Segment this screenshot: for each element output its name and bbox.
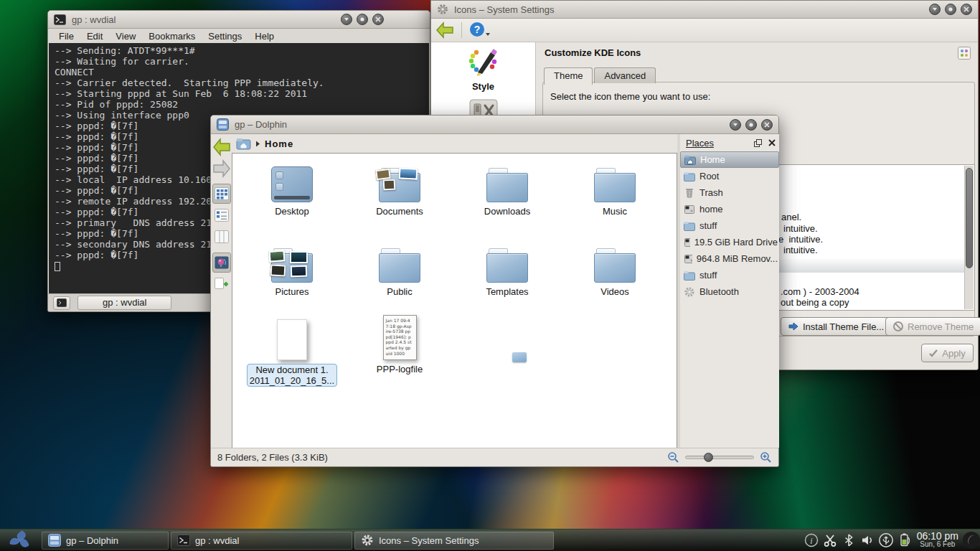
terminal-minimize-button[interactable] bbox=[341, 14, 352, 25]
install-theme-button[interactable]: Install Theme File... bbox=[781, 317, 892, 336]
close-panel-icon[interactable] bbox=[766, 137, 778, 149]
task-dolphin[interactable]: gp – Dolphin bbox=[42, 532, 169, 550]
file-item-public[interactable]: Public bbox=[346, 238, 453, 297]
task-system-settings[interactable]: Icons – System Settings bbox=[354, 532, 554, 550]
file-item-templates[interactable]: Templates bbox=[453, 238, 561, 297]
split-view-button[interactable] bbox=[212, 274, 231, 294]
scrollbar-thumb[interactable] bbox=[966, 168, 973, 268]
usb-device-tray-icon[interactable] bbox=[877, 532, 895, 548]
menu-bookmarks[interactable]: Bookmarks bbox=[142, 31, 202, 42]
terminal-cursor bbox=[55, 262, 60, 271]
places-item-home-drive[interactable]: home bbox=[680, 201, 779, 217]
drive-icon bbox=[684, 237, 690, 248]
places-header[interactable]: Places bbox=[680, 134, 779, 151]
back-arrow-icon[interactable] bbox=[435, 22, 454, 39]
places-item-home[interactable]: Home bbox=[680, 151, 779, 168]
back-button[interactable] bbox=[212, 137, 231, 157]
theme-list-scrollbar[interactable] bbox=[964, 166, 974, 309]
bluetooth-tray-icon[interactable] bbox=[839, 532, 858, 548]
file-item-music[interactable]: Music bbox=[561, 158, 669, 217]
theme-list-fragment: e intuitive. bbox=[778, 234, 823, 245]
launcher-icon[interactable] bbox=[6, 529, 34, 551]
desktop-icon bbox=[271, 166, 313, 202]
task-wvdial[interactable]: gp : wvdial bbox=[171, 532, 352, 550]
places-item-root[interactable]: Root bbox=[680, 168, 779, 184]
zoom-slider[interactable] bbox=[685, 456, 754, 459]
file-item-new-document[interactable]: New document 1. 2011_01_20_16_5... bbox=[238, 316, 346, 387]
terminal-app-icon bbox=[177, 534, 190, 546]
places-item-stuff2[interactable]: stuff bbox=[680, 267, 779, 283]
dolphin-app-icon bbox=[217, 118, 229, 131]
menu-settings[interactable]: Settings bbox=[202, 31, 248, 42]
style-icon bbox=[468, 47, 499, 77]
folder-icon bbox=[379, 248, 420, 283]
dolphin-statusbar: 8 Folders, 2 Files (3.3 KiB) bbox=[211, 448, 778, 466]
icons-view-button[interactable] bbox=[212, 184, 231, 204]
help-icon[interactable]: ? bbox=[469, 22, 491, 39]
file-item-documents[interactable]: Documents bbox=[346, 158, 453, 217]
places-item-hard-drive[interactable]: 19.5 GiB Hard Drive bbox=[680, 234, 779, 250]
dolphin-app-icon bbox=[48, 534, 61, 547]
dolphin-maximize-button[interactable] bbox=[745, 119, 757, 131]
float-panel-icon[interactable] bbox=[752, 137, 763, 149]
clock-time: 06:10 pm bbox=[917, 532, 958, 540]
places-item-removable[interactable]: 964.8 MiB Remov... bbox=[680, 250, 779, 267]
terminal-close-button[interactable] bbox=[372, 14, 384, 25]
terminal-line: CONNECT bbox=[55, 67, 423, 77]
zoom-slider-thumb[interactable] bbox=[704, 453, 713, 462]
clock[interactable]: 06:10 pm Sun, 6 Feb bbox=[917, 532, 958, 549]
terminal-line: --> Pid of pppd: 25082 bbox=[55, 99, 423, 110]
columns-view-button[interactable] bbox=[212, 227, 231, 247]
tab-advanced[interactable]: Advanced bbox=[594, 67, 656, 83]
home-folder-icon[interactable] bbox=[236, 137, 251, 150]
dolphin-minimize-button[interactable] bbox=[730, 119, 741, 131]
file-item-desktop[interactable]: Desktop bbox=[238, 158, 346, 217]
dolphin-close-button[interactable] bbox=[761, 119, 773, 131]
apply-button[interactable]: Apply bbox=[921, 344, 974, 362]
terminal-tab[interactable]: gp : wvdial bbox=[77, 296, 171, 310]
breadcrumb: Home bbox=[232, 134, 677, 153]
zoom-out-icon[interactable] bbox=[667, 451, 679, 463]
details-view-button[interactable] bbox=[212, 205, 231, 225]
file-item-downloads[interactable]: Downloads bbox=[453, 158, 561, 217]
settings-minimize-button[interactable] bbox=[929, 4, 941, 15]
folder-view[interactable]: Desktop Documents Downloads Music bbox=[232, 153, 677, 449]
file-item-videos[interactable]: Videos bbox=[561, 238, 669, 297]
remove-theme-button[interactable]: Remove Theme bbox=[885, 317, 980, 336]
places-item-stuff1[interactable]: stuff bbox=[680, 217, 779, 234]
file-item-pictures[interactable]: Pictures bbox=[238, 238, 346, 297]
bluetooth-gear-icon bbox=[684, 286, 695, 298]
settings-titlebar[interactable]: Icons – System Settings bbox=[431, 1, 978, 19]
settings-maximize-button[interactable] bbox=[945, 4, 956, 15]
klipper-scissors-icon[interactable] bbox=[821, 532, 839, 548]
menu-help[interactable]: Help bbox=[248, 31, 281, 42]
dolphin-window: gp – Dolphin Home Desktop bbox=[210, 115, 779, 467]
file-label: Desktop bbox=[238, 206, 346, 217]
notifications-tray-icon[interactable]: i bbox=[802, 532, 821, 548]
places-item-bluetooth[interactable]: Bluetooth bbox=[680, 283, 779, 300]
volume-tray-icon[interactable] bbox=[858, 532, 877, 548]
preview-button[interactable] bbox=[212, 253, 231, 273]
breadcrumb-home[interactable]: Home bbox=[265, 138, 293, 149]
sidebar-item-style[interactable]: Style bbox=[431, 42, 535, 92]
panel-cashew-icon[interactable] bbox=[961, 530, 980, 550]
file-item-ppp-logfile[interactable]: Jan 17 09:4 7:18 gp-Asp ire-5738 pp pd[1… bbox=[346, 316, 453, 375]
icon-view-widget[interactable] bbox=[958, 47, 971, 60]
document-icon bbox=[277, 319, 307, 360]
menu-edit[interactable]: Edit bbox=[80, 31, 109, 42]
terminal-titlebar[interactable]: gp : wvdial bbox=[48, 11, 430, 29]
forward-button[interactable] bbox=[212, 159, 231, 179]
zoom-in-icon[interactable] bbox=[760, 451, 772, 463]
new-tab-button[interactable] bbox=[53, 296, 70, 310]
dolphin-titlebar[interactable]: gp – Dolphin bbox=[211, 116, 778, 134]
terminal-maximize-button[interactable] bbox=[357, 14, 368, 25]
settings-close-button[interactable] bbox=[961, 4, 972, 15]
taskbar: gp – Dolphin gp : wvdial Icons – System … bbox=[0, 529, 980, 551]
places-item-trash[interactable]: Trash bbox=[680, 184, 779, 201]
menu-file[interactable]: File bbox=[52, 31, 80, 42]
file-label: Videos bbox=[561, 286, 669, 297]
menu-view[interactable]: View bbox=[109, 31, 142, 42]
drive-icon bbox=[684, 204, 695, 215]
tab-theme[interactable]: Theme bbox=[544, 67, 593, 85]
battery-tray-icon[interactable] bbox=[895, 532, 914, 548]
